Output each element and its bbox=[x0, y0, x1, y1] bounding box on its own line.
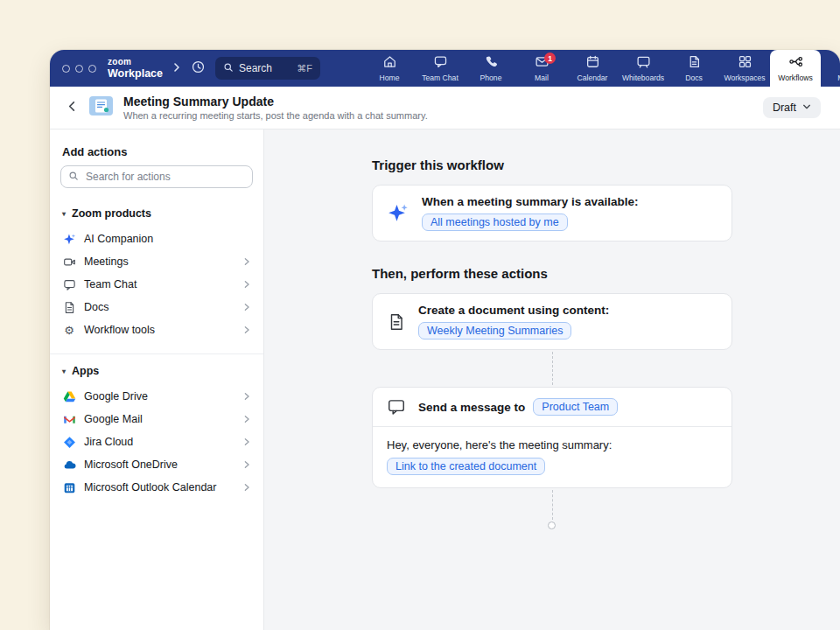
google-drive-icon bbox=[62, 389, 76, 403]
nav-item-mail[interactable]: 1 Mail bbox=[516, 50, 567, 87]
nav-item-docs[interactable]: Docs bbox=[668, 50, 719, 87]
triangle-down-icon: ▾ bbox=[62, 368, 66, 375]
home-icon bbox=[382, 54, 397, 71]
chevron-right-icon bbox=[242, 414, 251, 424]
window-control-minimize[interactable] bbox=[75, 65, 83, 73]
section-header-zoom-products[interactable]: ▾ Zoom products bbox=[50, 197, 263, 228]
nav-item-calendar[interactable]: Calendar bbox=[567, 50, 618, 87]
history-clock-icon bbox=[191, 60, 206, 78]
search-icon bbox=[223, 62, 234, 75]
nav-item-workspaces[interactable]: Workspaces bbox=[719, 50, 770, 87]
actions-search-box[interactable] bbox=[60, 165, 253, 188]
create-document-card[interactable]: Create a document using content: Weekly … bbox=[372, 293, 732, 350]
sidebar-item-ai-companion[interactable]: AI Companion bbox=[50, 228, 263, 250]
chevron-right-icon bbox=[242, 302, 251, 312]
back-button[interactable] bbox=[66, 100, 79, 116]
chevron-right-icon bbox=[172, 60, 182, 76]
phone-icon bbox=[484, 54, 499, 71]
mail-unread-badge: 1 bbox=[544, 52, 556, 64]
status-dropdown[interactable]: Draft bbox=[763, 97, 821, 118]
chevron-right-icon bbox=[242, 459, 251, 470]
window-controls[interactable] bbox=[62, 50, 96, 87]
top-navigation-bar: zoom Workplace Search ⌘F Home bbox=[50, 50, 840, 87]
document-icon bbox=[387, 312, 406, 332]
trigger-text: When a meeting summary is available: bbox=[422, 195, 639, 208]
whiteboards-icon bbox=[636, 54, 651, 71]
section-zoom-products: ▾ Zoom products AI Companion Meetings Te… bbox=[50, 197, 263, 346]
ai-companion-icon bbox=[62, 232, 76, 246]
nav-item-team-chat[interactable]: Team Chat bbox=[415, 50, 466, 87]
sidebar-item-jira-cloud[interactable]: Jira Cloud bbox=[50, 430, 263, 453]
team-chat-icon bbox=[433, 54, 448, 71]
actions-heading: Then, perform these actions bbox=[372, 266, 840, 281]
sidebar-heading: Add actions bbox=[50, 138, 263, 165]
chevron-down-icon bbox=[802, 102, 811, 114]
sidebar-item-google-mail[interactable]: Google Mail bbox=[50, 408, 263, 430]
workflow-canvas: Trigger this workflow When a meeting sum… bbox=[264, 130, 840, 630]
triangle-down-icon: ▾ bbox=[62, 210, 66, 218]
app-window: zoom Workplace Search ⌘F Home bbox=[50, 50, 840, 630]
window-control-zoom[interactable] bbox=[88, 65, 96, 73]
message-recipient-chip[interactable]: Product Team bbox=[533, 398, 618, 416]
trigger-card[interactable]: When a meeting summary is available: All… bbox=[372, 185, 732, 242]
forward-chevron-button[interactable] bbox=[172, 60, 182, 76]
chat-bubble-icon bbox=[62, 277, 76, 291]
send-message-text: Send a message to bbox=[418, 401, 525, 414]
global-search[interactable]: Search ⌘F bbox=[215, 57, 320, 80]
chevron-left-icon bbox=[66, 100, 79, 116]
chevron-right-icon bbox=[242, 482, 251, 493]
logo-zoom-text: zoom bbox=[108, 58, 163, 66]
chevron-right-icon bbox=[242, 391, 251, 402]
dashed-connector bbox=[552, 352, 553, 385]
nav-item-whiteboards[interactable]: Whiteboards bbox=[618, 50, 668, 87]
main-area: Add actions ▾ Zoom products AI Companion bbox=[50, 130, 840, 630]
send-message-card[interactable]: Send a message to Product Team Hey, ever… bbox=[372, 387, 732, 488]
workflow-title: Meeting Summary Update bbox=[123, 94, 428, 108]
create-doc-content-chip[interactable]: Weekly Meeting Summaries bbox=[418, 322, 571, 340]
dashed-connector bbox=[552, 490, 553, 520]
actions-sidebar: Add actions ▾ Zoom products AI Companion bbox=[50, 130, 264, 630]
sidebar-item-docs[interactable]: Docs bbox=[50, 296, 263, 318]
window-control-close[interactable] bbox=[62, 65, 70, 73]
gear-icon: ⚙ bbox=[62, 323, 76, 337]
gmail-icon bbox=[62, 412, 76, 426]
trigger-scope-chip[interactable]: All meetings hosted by me bbox=[422, 214, 568, 231]
sidebar-item-microsoft-outlook-calendar[interactable]: Microsoft Outlook Calendar bbox=[50, 476, 263, 499]
docs-icon bbox=[687, 54, 702, 71]
nav-item-phone[interactable]: Phone bbox=[466, 50, 516, 87]
workflow-subtitle: When a recurring meeting starts, post th… bbox=[123, 110, 428, 121]
nav-item-workflows[interactable]: Workflows bbox=[770, 50, 821, 87]
message-body-text: Hey, everyone, here's the meeting summar… bbox=[387, 438, 718, 452]
chevron-right-icon bbox=[242, 256, 251, 267]
message-body: Hey, everyone, here's the meeting summar… bbox=[373, 427, 732, 487]
document-icon bbox=[62, 300, 76, 314]
nav-item-home[interactable]: Home bbox=[364, 50, 415, 87]
sidebar-item-google-drive[interactable]: Google Drive bbox=[50, 385, 263, 408]
onedrive-icon bbox=[62, 458, 76, 472]
chevron-right-icon bbox=[242, 325, 251, 335]
sidebar-item-workflow-tools[interactable]: ⚙ Workflow tools bbox=[50, 318, 263, 341]
search-shortcut: ⌘F bbox=[297, 63, 312, 74]
actions-search-input[interactable] bbox=[84, 170, 245, 184]
zoom-workplace-logo: zoom Workplace bbox=[108, 50, 163, 87]
trigger-heading: Trigger this workflow bbox=[372, 158, 840, 172]
status-label: Draft bbox=[773, 102, 796, 114]
workflow-end-node bbox=[548, 522, 556, 529]
history-button[interactable] bbox=[191, 60, 206, 78]
sidebar-item-microsoft-onedrive[interactable]: Microsoft OneDrive bbox=[50, 453, 263, 476]
calendar-icon bbox=[585, 54, 600, 71]
meetings-camera-icon bbox=[62, 255, 76, 269]
jira-icon bbox=[62, 435, 76, 449]
message-link-chip[interactable]: Link to the created document bbox=[387, 458, 545, 475]
sidebar-item-team-chat[interactable]: Team Chat bbox=[50, 273, 263, 296]
workflow-title-block: Meeting Summary Update When a recurring … bbox=[123, 94, 428, 121]
sidebar-item-meetings[interactable]: Meetings bbox=[50, 250, 263, 273]
nav-item-more[interactable]: More bbox=[821, 50, 840, 87]
workflow-header: Meeting Summary Update When a recurring … bbox=[50, 87, 840, 130]
chevron-right-icon bbox=[242, 279, 251, 290]
outlook-calendar-icon bbox=[62, 480, 76, 494]
section-header-apps[interactable]: ▾ Apps bbox=[50, 354, 263, 385]
workflow-thumbnail-icon bbox=[89, 96, 113, 119]
primary-nav: Home Team Chat Phone 1 Mail Calendar bbox=[364, 50, 840, 87]
message-bubble-icon bbox=[387, 397, 406, 416]
